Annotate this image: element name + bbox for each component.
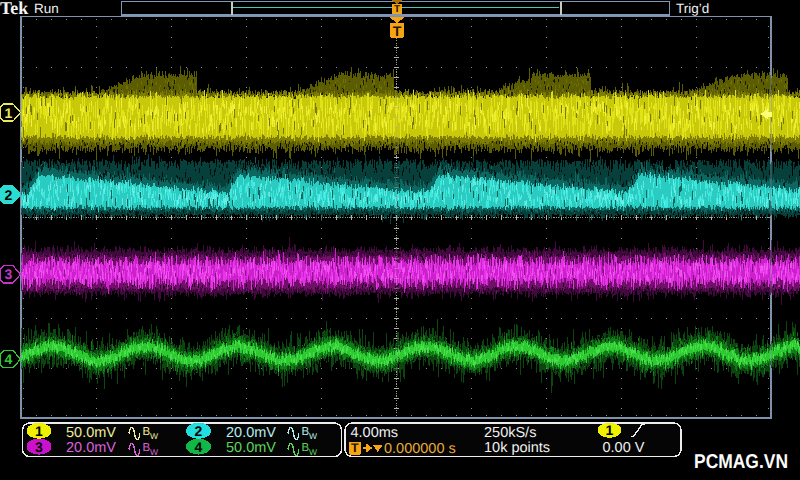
svg-text:T: T [394, 4, 400, 15]
svg-text:T: T [351, 441, 359, 455]
svg-text:1: 1 [35, 423, 43, 439]
svg-text:2: 2 [195, 423, 203, 439]
svg-text:W: W [309, 431, 317, 441]
svg-text:4: 4 [5, 351, 13, 367]
svg-text:0.00 V: 0.00 V [603, 440, 645, 456]
svg-text:Trig’d: Trig’d [676, 1, 709, 16]
svg-text:250kS/s: 250kS/s [484, 425, 536, 441]
svg-text:20.0mV: 20.0mV [66, 440, 116, 456]
svg-text:W: W [150, 447, 158, 457]
svg-text:T: T [393, 23, 402, 39]
svg-text:W: W [309, 447, 317, 457]
svg-text:10k points: 10k points [484, 440, 550, 456]
svg-text:1: 1 [5, 105, 13, 121]
svg-text:4: 4 [195, 439, 203, 455]
svg-text:Tek: Tek [0, 0, 28, 18]
svg-text:20.0mV: 20.0mV [226, 425, 276, 441]
svg-text:3: 3 [35, 439, 43, 455]
svg-text:0.000000 s: 0.000000 s [384, 441, 456, 457]
svg-text:50.0mV: 50.0mV [226, 440, 276, 456]
svg-text:2: 2 [5, 187, 13, 203]
svg-text:4.00ms: 4.00ms [351, 425, 399, 441]
svg-text:PCMAG.VN: PCMAG.VN [694, 451, 788, 473]
svg-text:3: 3 [5, 266, 13, 282]
svg-text:W: W [150, 431, 158, 441]
svg-text:1: 1 [606, 422, 614, 438]
svg-text:50.0mV: 50.0mV [66, 425, 116, 441]
svg-text:Run: Run [34, 1, 59, 16]
